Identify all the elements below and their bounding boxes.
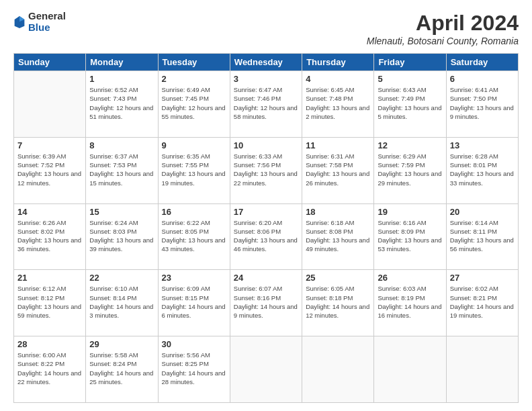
day-number: 9 — [162, 140, 226, 150]
day-info: Sunrise: 6:09 AM Sunset: 8:15 PM Dayligh… — [162, 284, 226, 320]
day-number: 6 — [450, 74, 515, 84]
day-info: Sunrise: 6:24 AM Sunset: 8:03 PM Dayligh… — [89, 218, 154, 254]
day-number: 1 — [89, 74, 154, 84]
calendar-week-row: 14Sunrise: 6:26 AM Sunset: 8:02 PM Dayli… — [14, 203, 519, 270]
table-row — [374, 336, 446, 403]
day-number: 18 — [306, 207, 370, 217]
table-row — [14, 71, 86, 138]
table-row: 20Sunrise: 6:14 AM Sunset: 8:11 PM Dayli… — [446, 203, 518, 270]
table-row: 13Sunrise: 6:28 AM Sunset: 8:01 PM Dayli… — [446, 137, 518, 203]
calendar-week-row: 21Sunrise: 6:12 AM Sunset: 8:12 PM Dayli… — [14, 270, 519, 336]
day-number: 27 — [450, 273, 515, 283]
day-number: 25 — [306, 273, 370, 283]
table-row: 22Sunrise: 6:10 AM Sunset: 8:14 PM Dayli… — [86, 270, 158, 336]
day-number: 21 — [17, 273, 82, 283]
col-monday: Monday — [86, 54, 158, 71]
calendar-week-row: 1Sunrise: 6:52 AM Sunset: 7:43 PM Daylig… — [14, 71, 519, 138]
day-info: Sunrise: 6:49 AM Sunset: 7:45 PM Dayligh… — [162, 85, 226, 121]
table-row: 26Sunrise: 6:03 AM Sunset: 8:19 PM Dayli… — [374, 270, 446, 336]
table-row: 28Sunrise: 6:00 AM Sunset: 8:22 PM Dayli… — [14, 336, 86, 403]
day-info: Sunrise: 6:22 AM Sunset: 8:05 PM Dayligh… — [162, 218, 226, 254]
table-row: 25Sunrise: 6:05 AM Sunset: 8:18 PM Dayli… — [302, 270, 374, 336]
table-row: 4Sunrise: 6:45 AM Sunset: 7:48 PM Daylig… — [302, 71, 374, 138]
title-section: April 2024 Mlenauti, Botosani County, Ro… — [367, 11, 519, 46]
table-row: 15Sunrise: 6:24 AM Sunset: 8:03 PM Dayli… — [86, 203, 158, 270]
day-info: Sunrise: 6:14 AM Sunset: 8:11 PM Dayligh… — [450, 218, 515, 254]
table-row: 29Sunrise: 5:58 AM Sunset: 8:24 PM Dayli… — [86, 336, 158, 403]
table-row: 6Sunrise: 6:41 AM Sunset: 7:50 PM Daylig… — [446, 71, 518, 138]
day-info: Sunrise: 6:26 AM Sunset: 8:02 PM Dayligh… — [17, 218, 82, 254]
day-info: Sunrise: 6:29 AM Sunset: 7:59 PM Dayligh… — [378, 152, 442, 187]
day-number: 8 — [89, 140, 154, 150]
table-row: 16Sunrise: 6:22 AM Sunset: 8:05 PM Dayli… — [158, 203, 230, 270]
day-number: 29 — [89, 339, 154, 349]
day-info: Sunrise: 6:28 AM Sunset: 8:01 PM Dayligh… — [450, 152, 515, 187]
calendar-week-row: 28Sunrise: 6:00 AM Sunset: 8:22 PM Dayli… — [14, 336, 519, 403]
day-number: 10 — [234, 140, 298, 150]
day-number: 20 — [450, 207, 515, 217]
day-number: 14 — [17, 207, 82, 217]
day-info: Sunrise: 6:12 AM Sunset: 8:12 PM Dayligh… — [17, 284, 82, 320]
logo-blue-text: Blue — [28, 22, 66, 34]
table-row: 17Sunrise: 6:20 AM Sunset: 8:06 PM Dayli… — [230, 203, 302, 270]
table-row: 1Sunrise: 6:52 AM Sunset: 7:43 PM Daylig… — [86, 71, 158, 138]
header: General Blue April 2024 Mlenauti, Botosa… — [13, 11, 519, 46]
calendar-table: Sunday Monday Tuesday Wednesday Thursday… — [13, 53, 519, 403]
day-number: 4 — [306, 74, 370, 84]
table-row: 5Sunrise: 6:43 AM Sunset: 7:49 PM Daylig… — [374, 71, 446, 138]
day-info: Sunrise: 6:00 AM Sunset: 8:22 PM Dayligh… — [17, 351, 82, 386]
table-row: 3Sunrise: 6:47 AM Sunset: 7:46 PM Daylig… — [230, 71, 302, 138]
table-row: 2Sunrise: 6:49 AM Sunset: 7:45 PM Daylig… — [158, 71, 230, 138]
page: General Blue April 2024 Mlenauti, Botosa… — [0, 0, 532, 411]
day-info: Sunrise: 6:18 AM Sunset: 8:08 PM Dayligh… — [306, 218, 370, 254]
table-row: 27Sunrise: 6:02 AM Sunset: 8:21 PM Dayli… — [446, 270, 518, 336]
day-info: Sunrise: 5:56 AM Sunset: 8:25 PM Dayligh… — [162, 351, 226, 386]
day-info: Sunrise: 6:05 AM Sunset: 8:18 PM Dayligh… — [306, 284, 370, 320]
day-info: Sunrise: 6:37 AM Sunset: 7:53 PM Dayligh… — [89, 152, 154, 187]
month-year-title: April 2024 — [367, 11, 519, 36]
day-number: 30 — [162, 339, 226, 349]
day-number: 3 — [234, 74, 298, 84]
day-number: 15 — [89, 207, 154, 217]
logo-text: General Blue — [28, 11, 66, 33]
table-row: 23Sunrise: 6:09 AM Sunset: 8:15 PM Dayli… — [158, 270, 230, 336]
day-number: 11 — [306, 140, 370, 150]
day-number: 5 — [378, 74, 442, 84]
day-info: Sunrise: 6:03 AM Sunset: 8:19 PM Dayligh… — [378, 284, 442, 320]
day-info: Sunrise: 6:10 AM Sunset: 8:14 PM Dayligh… — [89, 284, 154, 320]
day-info: Sunrise: 6:52 AM Sunset: 7:43 PM Dayligh… — [89, 85, 154, 121]
day-number: 23 — [162, 273, 226, 283]
logo-icon — [13, 15, 26, 30]
day-number: 12 — [378, 140, 442, 150]
col-tuesday: Tuesday — [158, 54, 230, 71]
day-number: 16 — [162, 207, 226, 217]
table-row: 8Sunrise: 6:37 AM Sunset: 7:53 PM Daylig… — [86, 137, 158, 203]
logo-general-text: General — [28, 11, 66, 22]
table-row: 7Sunrise: 6:39 AM Sunset: 7:52 PM Daylig… — [14, 137, 86, 203]
day-info: Sunrise: 6:41 AM Sunset: 7:50 PM Dayligh… — [450, 85, 515, 121]
day-number: 22 — [89, 273, 154, 283]
day-info: Sunrise: 6:02 AM Sunset: 8:21 PM Dayligh… — [450, 284, 515, 320]
day-number: 26 — [378, 273, 442, 283]
calendar-header-row: Sunday Monday Tuesday Wednesday Thursday… — [14, 54, 519, 71]
day-info: Sunrise: 6:16 AM Sunset: 8:09 PM Dayligh… — [378, 218, 442, 254]
day-info: Sunrise: 6:33 AM Sunset: 7:56 PM Dayligh… — [234, 152, 298, 187]
day-info: Sunrise: 6:20 AM Sunset: 8:06 PM Dayligh… — [234, 218, 298, 254]
table-row — [230, 336, 302, 403]
table-row: 19Sunrise: 6:16 AM Sunset: 8:09 PM Dayli… — [374, 203, 446, 270]
day-number: 24 — [234, 273, 298, 283]
table-row: 10Sunrise: 6:33 AM Sunset: 7:56 PM Dayli… — [230, 137, 302, 203]
day-info: Sunrise: 6:07 AM Sunset: 8:16 PM Dayligh… — [234, 284, 298, 320]
table-row — [302, 336, 374, 403]
col-sunday: Sunday — [14, 54, 86, 71]
day-info: Sunrise: 5:58 AM Sunset: 8:24 PM Dayligh… — [89, 351, 154, 386]
logo: General Blue — [13, 11, 66, 33]
col-friday: Friday — [374, 54, 446, 71]
col-saturday: Saturday — [446, 54, 518, 71]
table-row: 18Sunrise: 6:18 AM Sunset: 8:08 PM Dayli… — [302, 203, 374, 270]
table-row: 12Sunrise: 6:29 AM Sunset: 7:59 PM Dayli… — [374, 137, 446, 203]
table-row: 21Sunrise: 6:12 AM Sunset: 8:12 PM Dayli… — [14, 270, 86, 336]
table-row: 24Sunrise: 6:07 AM Sunset: 8:16 PM Dayli… — [230, 270, 302, 336]
day-number: 2 — [162, 74, 226, 84]
col-thursday: Thursday — [302, 54, 374, 71]
